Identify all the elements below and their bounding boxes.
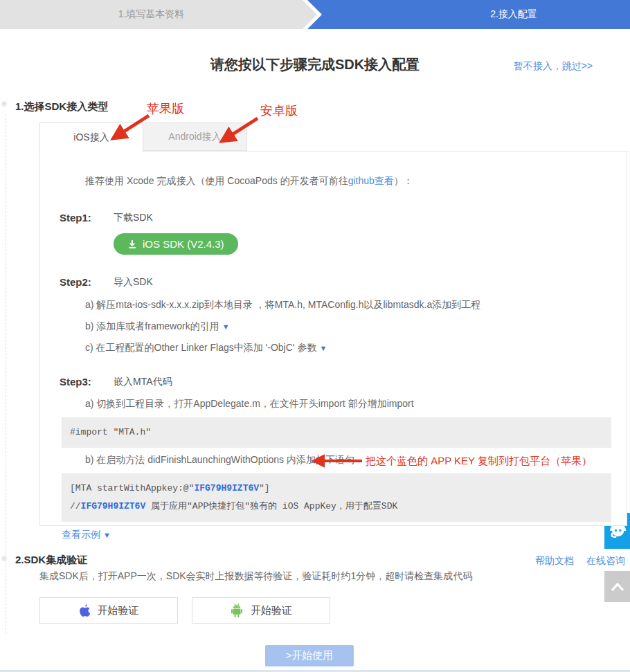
step-2-label: 2.接入配置 bbox=[490, 8, 537, 21]
timeline-dot-section1 bbox=[1, 101, 7, 107]
sdk-type-tabs: iOS接入 Android接入 bbox=[39, 122, 247, 152]
tab-android[interactable]: Android接入 bbox=[143, 122, 247, 151]
dropdown-arrow-icon: ▼ bbox=[103, 531, 111, 539]
online-support-link[interactable]: 在线咨询 bbox=[586, 555, 625, 566]
verify-android-button[interactable]: 开始验证 bbox=[192, 597, 330, 624]
step2-substep-a: a) 解压mta-ios-sdk-x.x.x.zip到本地目录 ，将MTA.h,… bbox=[85, 299, 627, 311]
code-line1-pre: [MTA startWithAppkey:@" bbox=[70, 483, 194, 493]
verify-ios-button[interactable]: 开始验证 bbox=[39, 597, 178, 624]
annotation-android: 安卓版 bbox=[260, 102, 298, 119]
verify-ios-label: 开始验证 bbox=[98, 604, 139, 617]
step1-label: Step1: bbox=[60, 212, 114, 224]
intro-text-pre: 推荐使用 Xcode 完成接入（使用 CocoaPods 的开发者可前往 bbox=[85, 175, 348, 186]
android-icon bbox=[230, 603, 244, 618]
code-line2-pre: // bbox=[70, 501, 81, 511]
intro-line: 推荐使用 Xcode 完成接入（使用 CocoaPods 的开发者可前往gith… bbox=[85, 175, 627, 188]
tab-android-label: Android接入 bbox=[168, 131, 221, 143]
app-key-value-comment: IFG79H9IZT6V bbox=[81, 501, 146, 511]
start-using-button[interactable]: >开始使用 bbox=[265, 645, 354, 666]
page-title: 请您按以下步骤完成SDK接入配置 bbox=[210, 57, 420, 72]
code-appkey-line1: [MTA startWithAppkey:@"IFG79H9IZT6V"] bbox=[70, 480, 603, 498]
step-1-segment[interactable]: 1.填写基本资料 bbox=[0, 0, 318, 29]
step2-substep-b: b) 添加库或者framework的引用▼ bbox=[85, 320, 627, 333]
code-appkey-line2: //IFG79H9IZT6V 属于应用"APP快捷打包"独有的 iOS AppK… bbox=[70, 498, 603, 516]
step2-substep-c-text: c) 在工程配置的Other Linker Flags中添加 '-ObjC' 参… bbox=[85, 342, 316, 353]
skip-link[interactable]: 暂不接入，跳过>> bbox=[514, 60, 593, 73]
section2-links: 帮助文档 在线咨询 bbox=[525, 555, 625, 567]
code-line1-post: "] bbox=[259, 483, 270, 493]
tab-ios-label: iOS接入 bbox=[73, 131, 109, 144]
annotation-appkey: 把这个蓝色的 APP KEY 复制到打包平台（苹果） bbox=[366, 455, 592, 468]
section1-heading: 1.选择SDK接入类型 bbox=[15, 100, 108, 113]
step-2-segment[interactable]: 2.接入配置 bbox=[307, 0, 630, 29]
step-1-label: 1.填写基本资料 bbox=[118, 8, 185, 21]
annotation-ios: 苹果版 bbox=[147, 100, 184, 117]
sdk-setup-page: 1.填写基本资料 2.接入配置 请您按以下步骤完成SDK接入配置 暂不接入，跳过… bbox=[0, 0, 630, 672]
download-icon bbox=[127, 239, 137, 249]
code-import-line: #import "MTA.h" bbox=[70, 427, 151, 437]
tab-ios[interactable]: iOS接入 bbox=[39, 122, 143, 152]
help-doc-link[interactable]: 帮助文档 bbox=[535, 555, 574, 566]
github-link[interactable]: github查看 bbox=[348, 175, 394, 186]
verify-android-label: 开始验证 bbox=[251, 604, 292, 617]
timeline-dashed-line bbox=[6, 114, 6, 633]
code-block-appkey: [MTA startWithAppkey:@"IFG79H9IZT6V"] //… bbox=[62, 473, 611, 522]
step3-substep-a: a) 切换到工程目录，打开AppDelegate.m，在文件开头import 部… bbox=[85, 398, 627, 410]
apple-icon bbox=[79, 603, 91, 617]
ios-integration-panel: 推荐使用 Xcode 完成接入（使用 CocoaPods 的开发者可前往gith… bbox=[39, 151, 627, 526]
intro-text-post: ）： bbox=[394, 175, 413, 186]
section2-heading: 2.SDK集成验证 bbox=[15, 554, 87, 567]
step3-label: Step3: bbox=[60, 376, 114, 388]
app-key-value[interactable]: IFG79H9IZT6V bbox=[194, 483, 259, 493]
scroll-to-top-button[interactable] bbox=[604, 571, 630, 602]
download-sdk-button-label: iOS SDK (V2.4.3) bbox=[143, 238, 224, 250]
section2-description: 集成SDK后，打开APP一次，SDK会实时上报数据等待验证，验证耗时约1分钟，超… bbox=[39, 570, 472, 583]
step2-label: Step2: bbox=[60, 276, 114, 289]
view-example-label: 查看示例 bbox=[62, 529, 100, 540]
timeline-dot-section2 bbox=[1, 556, 7, 561]
step2-title: 导入SDK bbox=[114, 276, 153, 289]
chevron-up-icon bbox=[609, 581, 627, 593]
download-sdk-button[interactable]: iOS SDK (V2.4.3) bbox=[114, 233, 238, 255]
step3-title: 嵌入MTA代码 bbox=[114, 376, 172, 388]
dropdown-arrow-icon[interactable]: ▼ bbox=[222, 323, 230, 331]
dropdown-arrow-icon[interactable]: ▼ bbox=[319, 344, 327, 352]
step2-substep-b-text: b) 添加库或者framework的引用 bbox=[85, 320, 219, 332]
view-example-link[interactable]: 查看示例▼ bbox=[62, 529, 627, 541]
step1-title: 下载SDK bbox=[114, 212, 153, 224]
step2-substep-c: c) 在工程配置的Other Linker Flags中添加 '-ObjC' 参… bbox=[85, 342, 627, 354]
code-block-import: #import "MTA.h" bbox=[62, 417, 611, 448]
code-line2-post: 属于应用"APP快捷打包"独有的 iOS AppKey，用于配置SDK bbox=[145, 501, 397, 511]
step-progress-bar: 1.填写基本资料 2.接入配置 bbox=[0, 0, 630, 29]
